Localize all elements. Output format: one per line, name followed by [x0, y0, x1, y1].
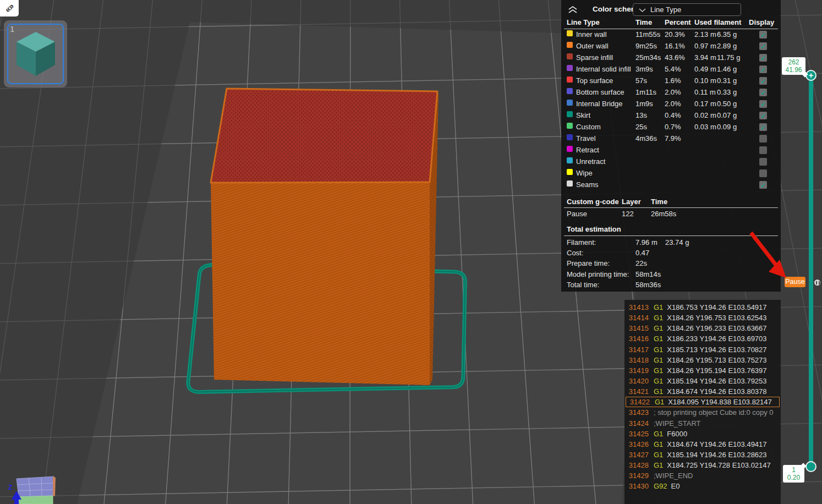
display-checkbox[interactable]	[759, 135, 767, 143]
line-type-label: Bottom surface	[576, 88, 624, 96]
gcode-line[interactable]: 31415G1X184.26 Y196.233 E103.63667	[624, 323, 781, 333]
line-type-row: Unretract	[561, 156, 781, 168]
line-type-percent: 0.7%	[665, 123, 681, 131]
line-type-color-swatch	[567, 30, 573, 36]
line-type-color-swatch	[567, 76, 573, 83]
gcode-line[interactable]: 31419G1X184.26 Y195.194 E103.76397	[624, 365, 781, 376]
gcode-line[interactable]: 31427G1X185.194 Y194.26 E103.28623	[624, 450, 781, 460]
gcode-line[interactable]: 31418G1X184.26 Y195.713 E103.75273	[624, 355, 781, 365]
line-type-color-swatch	[567, 123, 573, 129]
cube-front-face	[211, 182, 430, 385]
gcode-command: G1	[654, 430, 663, 438]
line-type-color-swatch	[567, 100, 573, 106]
col-gcode-time: Time	[651, 198, 667, 206]
gcode-line[interactable]: 31413G1X186.753 Y194.26 E103.54917	[624, 302, 781, 313]
line-type-color-swatch	[567, 111, 573, 117]
total-estimation-title: Total estimation	[567, 225, 621, 233]
gcode-line-number: 31426	[624, 439, 649, 450]
line-type-color-swatch	[567, 157, 573, 163]
line-type-label: Wipe	[576, 169, 593, 177]
display-checkbox[interactable]	[759, 31, 767, 39]
gcode-line[interactable]: 31414G1X184.26 Y196.753 E103.62543	[624, 313, 781, 323]
display-checkbox[interactable]	[759, 158, 767, 166]
gcode-line-number: 31417	[624, 344, 649, 355]
layer-slider-track[interactable]	[809, 75, 813, 467]
estimation-label: Cost:	[567, 249, 583, 257]
line-type-label: Internal Bridge	[576, 100, 623, 108]
estimation-label: Model printing time:	[567, 270, 629, 278]
top-layer-number: 262	[783, 58, 804, 66]
gcode-args: X186.753 Y194.26 E103.54917	[667, 303, 766, 311]
display-checkbox[interactable]	[759, 181, 767, 189]
line-type-label: Unretract	[576, 157, 605, 166]
line-type-row: Inner wall11m55s20.3%2.13 m6.35 g	[561, 29, 781, 41]
gcode-line-number: 31418	[624, 355, 649, 365]
printed-cube-model[interactable]	[211, 89, 439, 385]
panel-collapse-icon[interactable]	[568, 6, 580, 15]
gcode-line[interactable]: 31420G1X185.194 Y194.26 E103.79253	[624, 376, 781, 386]
pause-marker-icon[interactable]	[814, 280, 820, 286]
gcode-line[interactable]: 31423; stop printing object Cube id:0 co…	[624, 407, 781, 418]
col-time: Time	[635, 18, 652, 26]
gcode-args: X184.674 Y194.26 E103.80378	[667, 387, 766, 396]
gcode-line[interactable]: 31421G1X184.674 Y194.26 E103.80378	[624, 386, 781, 397]
line-type-percent: 5.4%	[665, 65, 681, 73]
line-type-label: Custom	[576, 123, 601, 131]
line-type-weight: 0.09 g	[717, 123, 737, 131]
gcode-line-number: 31425	[624, 429, 649, 439]
display-checkbox[interactable]	[759, 89, 767, 96]
view-type-dropdown[interactable]: Line Type	[633, 3, 741, 16]
line-type-time: 9m25s	[635, 42, 657, 50]
line-type-row: Travel4m36s7.9%	[561, 133, 781, 145]
orientation-navcube[interactable]: Z	[0, 470, 61, 504]
gcode-line[interactable]: 31430G92E0	[624, 481, 781, 491]
dropdown-selected-value: Line Type	[650, 6, 681, 14]
layer-slider-lower-thumb[interactable]	[805, 461, 816, 472]
top-layer-height: 41.96	[783, 66, 804, 74]
gcode-comment: ; stop printing object Cube id:0 copy 0	[654, 408, 774, 417]
gcode-args: X184.26 Y196.753 E103.62543	[667, 314, 766, 322]
display-checkbox[interactable]	[759, 100, 767, 108]
gcode-line-number: 31420	[624, 376, 649, 386]
collapse-arrows-icon: «»	[3, 2, 15, 14]
gcode-line[interactable]: 31426G1X184.674 Y194.26 E103.49417	[624, 439, 781, 450]
line-type-time: 11m55s	[635, 30, 660, 39]
gcode-line[interactable]: 31422G1X184.095 Y194.838 E103.82147	[626, 397, 780, 407]
gcode-args: X184.26 Y196.233 E103.63667	[667, 324, 766, 332]
line-type-length: 0.03 m	[694, 123, 716, 131]
estimation-label: Total time:	[567, 281, 599, 289]
annotation-arrow	[746, 228, 795, 283]
gcode-line[interactable]: 31429;WIPE_END	[624, 470, 781, 481]
plate-thumbnail[interactable]: 1	[4, 20, 67, 87]
gcode-line-number: 31424	[624, 418, 649, 429]
gcode-args: F6000	[667, 430, 687, 438]
display-checkbox[interactable]	[759, 54, 767, 62]
cube-thumbnail-icon	[15, 31, 56, 77]
gcode-args: X184.095 Y194.838 E103.82147	[668, 398, 771, 406]
gcode-line[interactable]: 31428G1X184.725 Y194.728 E103.02147	[624, 460, 781, 470]
line-type-weight: 6.35 g	[717, 30, 737, 39]
display-checkbox[interactable]	[759, 42, 767, 50]
sidebar-collapse-button[interactable]: «»	[0, 0, 19, 17]
display-checkbox[interactable]	[759, 65, 767, 73]
display-checkbox[interactable]	[759, 169, 767, 177]
gcode-command: G1	[654, 440, 663, 448]
col-custom-gcode: Custom g-code	[567, 198, 619, 206]
gcode-line[interactable]: 31425G1F6000	[624, 429, 781, 439]
gcode-line[interactable]: 31424;WIPE_START	[624, 418, 781, 429]
line-type-percent: 20.3%	[665, 30, 685, 39]
display-checkbox[interactable]	[759, 123, 767, 131]
display-checkbox[interactable]	[759, 77, 767, 85]
display-checkbox[interactable]	[759, 112, 767, 119]
line-type-label: Internal solid infill	[576, 65, 631, 73]
estimation-value-secondary: 23.74 g	[665, 238, 689, 246]
line-type-label: Travel	[576, 134, 596, 143]
gcode-line[interactable]: 31416G1X186.233 Y194.26 E103.69703	[624, 333, 781, 344]
gcode-line-number: 31422	[626, 397, 650, 407]
display-checkbox[interactable]	[759, 146, 767, 154]
line-type-row: Internal Bridge1m9s2.0%0.17 m0.50 g	[561, 98, 781, 110]
gcode-line-number: 31419	[624, 365, 649, 376]
gcode-line[interactable]: 31417G1X185.713 Y194.26 E103.70827	[624, 344, 781, 355]
layer-slider-upper-thumb[interactable]: +	[805, 70, 816, 81]
line-type-time: 57s	[635, 76, 647, 85]
